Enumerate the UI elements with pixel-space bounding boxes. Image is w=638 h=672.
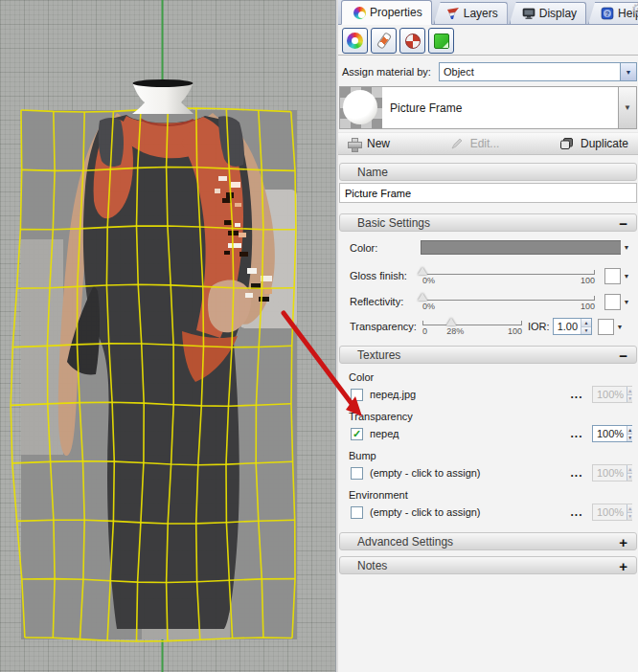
color-swatch[interactable] xyxy=(421,240,621,255)
spin-down-icon: ▼ xyxy=(627,395,632,403)
slider-handle[interactable] xyxy=(418,293,427,301)
plus-icon xyxy=(348,138,360,150)
texture-group-environment: Environment xyxy=(349,489,638,501)
texture-amount-spinbox[interactable]: 100% ▲▼ xyxy=(592,504,632,521)
texture-file-label: (empty - click to assign) xyxy=(370,506,567,518)
texture-group-bump: Bump xyxy=(349,450,638,461)
slider-handle[interactable] xyxy=(446,318,456,325)
material-actions-row: New Edit... Duplicate xyxy=(338,132,638,155)
texture-checkbox[interactable]: ✓ xyxy=(351,428,363,440)
reflectivity-row: Reflectivity: 0% 100 ▼ xyxy=(350,291,632,312)
color-wheel-icon xyxy=(353,7,366,19)
collapse-icon[interactable]: − xyxy=(619,347,627,365)
scene-canvas xyxy=(0,0,335,672)
transparency-slider[interactable]: 0 28% 100 xyxy=(421,316,524,337)
assign-material-label: Assign material by: xyxy=(342,66,439,78)
material-toolbar xyxy=(338,25,638,56)
assign-material-dropdown[interactable]: Object ▼ xyxy=(439,62,637,81)
spin-arrows[interactable]: ▲ ▼ xyxy=(581,319,591,334)
duplicate-material-button[interactable]: Duplicate xyxy=(559,137,628,150)
section-header-advanced-settings[interactable]: Advanced Settings + xyxy=(339,532,637,550)
reflectivity-color-swatch[interactable] xyxy=(604,294,621,310)
texture-file-label: перед xyxy=(370,428,567,439)
slider-value-label: 28% xyxy=(446,326,464,336)
new-material-button[interactable]: New xyxy=(348,137,390,150)
pencil-icon xyxy=(450,137,464,150)
spin-down-icon: ▼ xyxy=(581,327,591,335)
assign-material-row: Assign material by: Object ▼ xyxy=(342,62,637,81)
material-checker-ball-button[interactable] xyxy=(399,28,425,54)
gloss-finish-row: Gloss finish: 0% 100 ▼ xyxy=(350,265,632,286)
material-name-input[interactable] xyxy=(339,183,637,203)
tab-label: Display xyxy=(539,7,577,20)
material-color-wheel-button[interactable] xyxy=(342,28,368,54)
expand-icon[interactable]: + xyxy=(619,533,627,551)
material-spray-button[interactable] xyxy=(371,28,397,54)
tab-display[interactable]: Display xyxy=(510,2,586,24)
material-decal-button[interactable] xyxy=(428,28,454,54)
texture-amount-spinbox[interactable]: 100% ▲▼ xyxy=(592,386,632,403)
chevron-down-icon[interactable]: ▼ xyxy=(621,244,632,251)
slider-handle[interactable] xyxy=(418,267,427,275)
texture-row-environment: (empty - click to assign) ... 100% ▲▼ xyxy=(351,504,632,521)
browse-button[interactable]: ... xyxy=(567,505,586,519)
tab-layers[interactable]: Layers xyxy=(434,2,508,24)
help-icon: ? xyxy=(601,7,614,20)
browse-button[interactable]: ... xyxy=(567,466,586,480)
color-wheel-icon xyxy=(347,33,363,49)
application-window: Properties Layers Display xyxy=(0,0,638,672)
browse-button[interactable]: ... xyxy=(567,388,586,401)
spin-down-icon: ▼ xyxy=(627,474,632,482)
expand-icon[interactable]: + xyxy=(619,557,627,575)
chevron-down-icon[interactable]: ▼ xyxy=(621,299,632,305)
browse-button[interactable]: ... xyxy=(567,427,586,440)
spin-up-icon: ▲ xyxy=(627,426,632,435)
material-selector[interactable]: Picture Frame ▼ xyxy=(339,86,637,129)
ior-spinbox[interactable]: 1.00 ▲ ▼ xyxy=(553,318,592,335)
texture-checkbox[interactable] xyxy=(351,467,363,480)
tab-label: Layers xyxy=(464,7,498,20)
mannequin-neck xyxy=(132,79,194,114)
copy-icon xyxy=(559,137,574,150)
material-dropdown-button[interactable]: ▼ xyxy=(618,87,636,128)
chevron-down-icon[interactable]: ▼ xyxy=(621,273,632,280)
settings-gear-icon[interactable]: ⚙ xyxy=(631,0,638,18)
spin-up-icon: ▲ xyxy=(581,319,591,327)
chevron-down-icon: ▼ xyxy=(624,103,631,112)
gloss-color-swatch[interactable] xyxy=(604,268,621,284)
section-header-name[interactable]: Name xyxy=(339,163,637,181)
ior-label: IOR: xyxy=(528,321,550,332)
checker-ball-icon xyxy=(405,34,421,49)
texture-amount-spinbox[interactable]: 100% ▲▼ xyxy=(592,464,632,482)
gloss-finish-slider[interactable]: 0% 100 xyxy=(421,265,597,286)
spin-up-icon: ▲ xyxy=(627,387,632,395)
texture-row-bump: (empty - click to assign) ... 100% ▲▼ xyxy=(351,464,632,482)
collapse-icon[interactable]: − xyxy=(619,214,627,233)
spin-down-icon: ▼ xyxy=(627,435,632,442)
section-header-textures[interactable]: Textures − xyxy=(339,346,637,364)
texture-checkbox[interactable] xyxy=(351,389,363,401)
section-header-notes[interactable]: Notes + xyxy=(339,556,637,574)
texture-group-transparency: Transparency xyxy=(349,411,638,422)
svg-text:?: ? xyxy=(605,10,610,18)
texture-row-transparency: ✓ перед ... 100% ▲▼ xyxy=(351,425,632,442)
texture-checkbox[interactable] xyxy=(351,506,363,519)
texture-file-label: (empty - click to assign) xyxy=(370,467,567,479)
properties-panel: Properties Layers Display xyxy=(338,0,638,672)
color-row: Color: ▼ xyxy=(350,240,632,255)
transparency-color-swatch[interactable] xyxy=(598,319,614,335)
color-label: Color: xyxy=(350,242,421,254)
chevron-down-icon[interactable]: ▼ xyxy=(620,63,636,80)
layers-icon xyxy=(446,7,460,20)
edit-material-button[interactable]: Edit... xyxy=(450,137,500,150)
section-header-basic-settings[interactable]: Basic Settings − xyxy=(339,213,637,232)
texture-amount-spinbox[interactable]: 100% ▲▼ xyxy=(592,425,632,442)
reflectivity-slider[interactable]: 0% 100 xyxy=(421,291,597,312)
panel-tab-bar: Properties Layers Display xyxy=(338,0,638,25)
tab-properties[interactable]: Properties xyxy=(341,0,432,25)
viewport-3d[interactable] xyxy=(0,0,335,672)
chevron-down-icon[interactable]: ▼ xyxy=(614,324,626,330)
spin-up-icon: ▲ xyxy=(627,504,632,513)
model-photo xyxy=(21,110,297,639)
transparency-row: Transparency: 0 28% 100 IOR: 1.00 ▲ ▼ ▼ xyxy=(350,316,632,337)
